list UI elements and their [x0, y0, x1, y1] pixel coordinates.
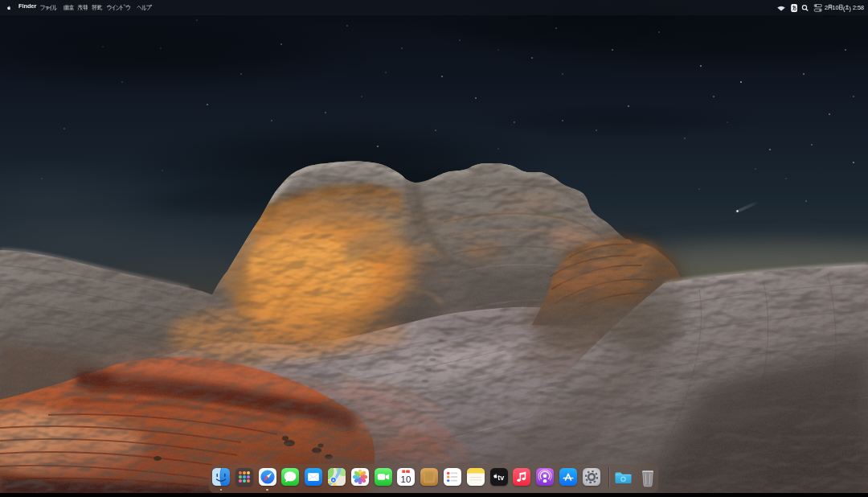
svg-text:10: 10	[833, 4, 839, 11]
svg-text:): )	[850, 5, 851, 12]
svg-text:10: 10	[401, 474, 411, 484]
svg-text:(: (	[843, 5, 845, 12]
svg-text:2: 2	[825, 4, 828, 11]
svg-text:tv: tv	[497, 474, 504, 482]
svg-text:2:58: 2:58	[853, 4, 864, 11]
